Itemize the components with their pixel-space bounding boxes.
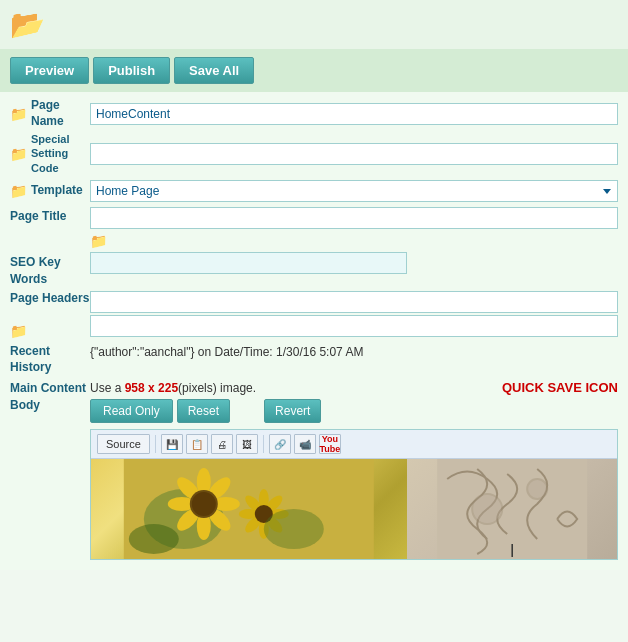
- main-content-label: Main Content Body: [10, 380, 90, 414]
- print-icon-button[interactable]: 🖨: [211, 434, 233, 454]
- template-select[interactable]: Home Page Default Blog Landing Page: [90, 180, 618, 202]
- ornament-image: [407, 459, 617, 559]
- page-name-input[interactable]: [90, 103, 618, 125]
- page-headers-label: Page Headers 📁: [10, 291, 90, 339]
- main-content-row: Main Content Body Use a 958 x 225(pixels…: [10, 380, 618, 560]
- special-setting-code-row: 📁 Special Setting Code: [10, 132, 618, 175]
- form-area: 📁 Page Name 📁 Special Setting Code 📁 Tem…: [0, 92, 628, 570]
- publish-button[interactable]: Publish: [93, 57, 170, 84]
- recent-history-value: {"author":"aanchal"} on Date/Time: 1/30/…: [90, 343, 618, 359]
- separator1: [155, 435, 156, 453]
- folder-small-icon3: 📁: [10, 182, 27, 200]
- page-headers-field: [90, 291, 618, 337]
- editor-content[interactable]: [91, 459, 617, 559]
- link-icon-button[interactable]: 🔗: [269, 434, 291, 454]
- svg-point-24: [472, 494, 502, 524]
- page-title-field: 📁: [90, 207, 618, 249]
- media-icon-button[interactable]: 📹: [294, 434, 316, 454]
- template-row: 📁 Template Home Page Default Blog Landin…: [10, 178, 618, 204]
- reset-button[interactable]: Reset: [177, 399, 230, 423]
- page-title-row: Page Title 📁: [10, 207, 618, 249]
- ornament-svg: [407, 459, 617, 559]
- sunflower-svg: [91, 459, 407, 559]
- editor-container: Source 💾 📋 🖨 🖼 🔗 📹 YouTube: [90, 429, 618, 560]
- folder-icon: 📂: [10, 8, 45, 41]
- seo-keywords-input[interactable]: [90, 252, 407, 274]
- content-buttons: Read Only Reset Revert: [90, 399, 618, 423]
- folder-small-icon2: 📁: [10, 145, 27, 163]
- recent-history-row: Recent History {"author":"aanchal"} on D…: [10, 343, 618, 377]
- toolbar: Preview Publish Save All: [0, 49, 628, 92]
- page-name-label: 📁 Page Name: [10, 98, 90, 129]
- folder-headers-icon: 📁: [10, 323, 90, 339]
- svg-point-11: [192, 492, 216, 516]
- quick-save-label: QUICK SAVE ICON: [502, 380, 618, 395]
- page-headers-input2[interactable]: [90, 315, 618, 337]
- hint-text: Use a 958 x 225(pixels) image.: [90, 381, 256, 395]
- separator2: [263, 435, 264, 453]
- page-title-input[interactable]: [90, 207, 618, 229]
- youtube-icon-button[interactable]: YouTube: [319, 434, 341, 454]
- folder-small-icon: 📁: [10, 105, 27, 123]
- seo-label: SEO Key Words: [10, 252, 90, 288]
- editor-toolbar: Source 💾 📋 🖨 🖼 🔗 📹 YouTube: [91, 430, 617, 459]
- svg-point-25: [527, 479, 547, 499]
- svg-point-21: [264, 509, 324, 549]
- source-button[interactable]: Source: [97, 434, 150, 454]
- flower-image: [91, 459, 407, 559]
- hint-size: 958 x 225: [125, 381, 178, 395]
- folder-title-icon: 📁: [90, 233, 618, 249]
- special-setting-code-label: 📁 Special Setting Code: [10, 132, 90, 175]
- editor-image: [91, 459, 617, 559]
- special-setting-code-input[interactable]: [90, 143, 618, 165]
- svg-point-22: [129, 524, 179, 554]
- preview-button[interactable]: Preview: [10, 57, 89, 84]
- page-title-label: Page Title: [10, 207, 90, 223]
- page-headers-input1[interactable]: [90, 291, 618, 313]
- content-hint: Use a 958 x 225(pixels) image. QUICK SAV…: [90, 380, 618, 395]
- page-name-row: 📁 Page Name: [10, 98, 618, 129]
- save-all-button[interactable]: Save All: [174, 57, 254, 84]
- recent-history-label: Recent History: [10, 343, 90, 377]
- template-label: 📁 Template: [10, 182, 90, 200]
- page-headers-row: Page Headers 📁: [10, 291, 618, 339]
- save-icon-button[interactable]: 💾: [161, 434, 183, 454]
- main-content-area: Use a 958 x 225(pixels) image. QUICK SAV…: [90, 380, 618, 560]
- seo-row: SEO Key Words: [10, 252, 618, 288]
- read-only-button[interactable]: Read Only: [90, 399, 173, 423]
- revert-button[interactable]: Revert: [264, 399, 321, 423]
- image-icon-button[interactable]: 🖼: [236, 434, 258, 454]
- copy-icon-button[interactable]: 📋: [186, 434, 208, 454]
- top-bar: 📂: [0, 0, 628, 49]
